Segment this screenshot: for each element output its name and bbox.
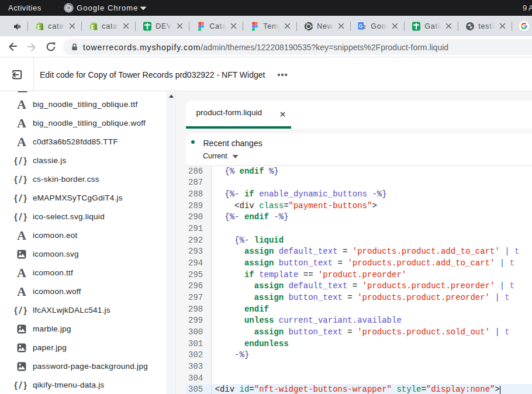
svg-text:}: }: [23, 155, 27, 165]
svg-text:{: {: [14, 305, 18, 315]
svg-text:{: {: [14, 193, 18, 203]
svg-text:}: }: [23, 193, 27, 203]
svg-text:}: }: [23, 380, 27, 390]
svg-text:{: {: [14, 212, 18, 222]
svg-text:}: }: [23, 212, 27, 222]
svg-text:{: {: [14, 380, 18, 390]
svg-text:{: {: [14, 155, 18, 165]
svg-text:}: }: [23, 174, 27, 184]
svg-text:{: {: [14, 174, 18, 184]
svg-text:}: }: [23, 305, 27, 315]
